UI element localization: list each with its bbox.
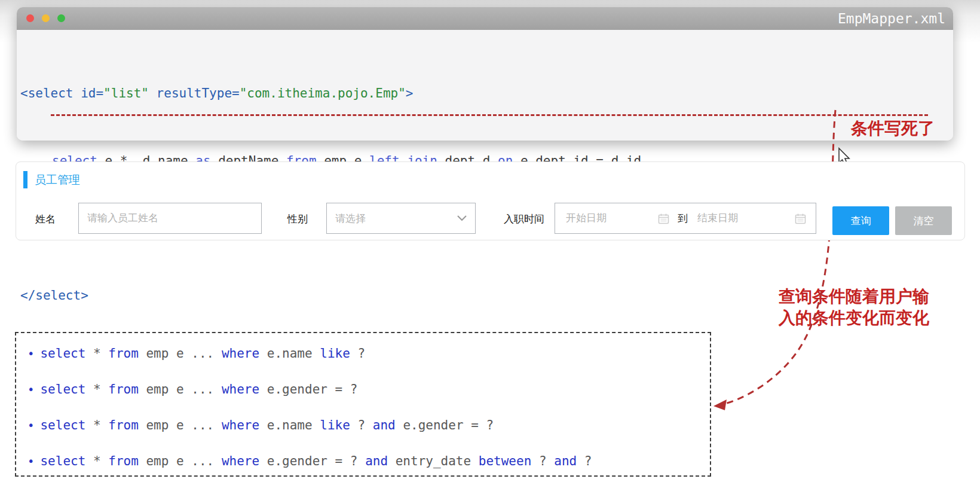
hardcoded-note: 条件写死了 — [851, 117, 935, 140]
entry-date-label: 入职时间 — [504, 212, 544, 227]
sql-example-2: •select * from emp e ... where e.gender … — [16, 371, 710, 407]
sql-example-text: select * from emp e ... where e.gender =… — [40, 454, 592, 468]
dynamic-note: 查询条件随着用户输 入的条件变化而变化 — [774, 286, 934, 329]
end-date-input[interactable] — [696, 212, 788, 225]
sql-examples-box: •select * from emp e ... where e.name li… — [15, 332, 711, 477]
gender-select-value: 请选择 — [335, 212, 366, 225]
name-input[interactable] — [78, 203, 262, 234]
employee-form-card: 员工管理 姓名 性别 请选择 入职时间 到 查询 清空 — [16, 161, 965, 240]
dynamic-note-line2: 入的条件变化而变化 — [774, 307, 934, 329]
close-icon[interactable] — [26, 14, 34, 22]
bullet-icon: • — [16, 347, 40, 360]
bullet-icon: • — [16, 455, 40, 468]
editor-titlebar: EmpMapper.xml — [17, 7, 953, 30]
chevron-down-icon — [457, 215, 467, 221]
entry-date-range: 到 — [555, 203, 816, 234]
sql-example-text: select * from emp e ... where e.name lik… — [40, 346, 365, 361]
hardcoded-underline — [51, 114, 928, 116]
maximize-icon[interactable] — [57, 14, 65, 22]
sql-example-3: •select * from emp e ... where e.name li… — [16, 407, 710, 443]
gender-label: 性别 — [287, 212, 308, 227]
code-line-select-open: <select id="list" resultType="com.itheim… — [20, 83, 953, 105]
code-area: <select id="list" resultType="com.itheim… — [17, 30, 953, 141]
editor-window: EmpMapper.xml <select id="list" resultTy… — [17, 7, 953, 141]
clear-button[interactable]: 清空 — [895, 206, 952, 235]
gender-select[interactable]: 请选择 — [326, 203, 476, 234]
form-title: 员工管理 — [35, 172, 80, 188]
bullet-icon: • — [16, 419, 40, 432]
search-button[interactable]: 查询 — [832, 206, 889, 235]
sql-example-text: select * from emp e ... where e.gender =… — [40, 382, 357, 397]
dynamic-note-line1: 查询条件随着用户输 — [774, 286, 934, 307]
minimize-icon[interactable] — [42, 14, 50, 22]
name-label: 姓名 — [35, 212, 56, 227]
start-date-input[interactable] — [565, 212, 658, 225]
form-title-bar — [23, 171, 27, 188]
date-separator: 到 — [678, 212, 688, 225]
sql-example-text: select * from emp e ... where e.name lik… — [40, 418, 494, 432]
sql-example-1: •select * from emp e ... where e.name li… — [16, 336, 710, 371]
sql-example-4: •select * from emp e ... where e.gender … — [16, 443, 710, 479]
calendar-icon — [795, 213, 806, 224]
window-title: EmpMapper.xml — [838, 11, 945, 26]
bullet-icon: • — [16, 383, 40, 396]
annotation-arrowhead-icon — [713, 399, 727, 410]
calendar-icon — [658, 213, 669, 224]
